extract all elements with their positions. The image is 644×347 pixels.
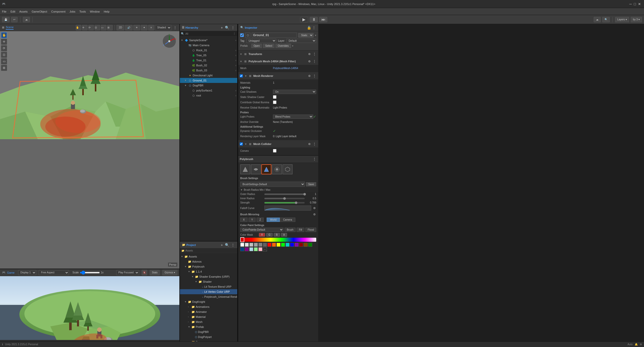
scene-transform-tool[interactable]: ⊞ — [107, 25, 113, 30]
brush-color-btn[interactable]: Brush — [285, 228, 296, 232]
toolbar-cloud-btn[interactable]: ☁ — [23, 17, 30, 22]
mesh-filter-more-btn[interactable]: ⋮ — [312, 59, 317, 64]
mesh-collider-settings-btn[interactable]: ⚙ — [308, 142, 311, 146]
swatch-add[interactable]: + — [263, 247, 267, 251]
toolbar-save-btn[interactable]: 💾 — [2, 17, 10, 22]
cast-shadows-select[interactable]: On — [273, 90, 316, 94]
hierarchy-item-bush02[interactable]: 🌿 Bush_02 › — [180, 63, 237, 68]
hierarchy-tab-label[interactable]: Hierarchy — [185, 26, 198, 29]
project-mesh[interactable]: › 📁 Mesh — [180, 319, 237, 324]
swatch-red[interactable] — [267, 243, 271, 247]
scene-rect-tool[interactable]: ▭ — [101, 25, 106, 30]
brush-mode-sculpt[interactable] — [240, 164, 250, 174]
static-select[interactable]: Static — [298, 33, 313, 37]
swatch-darkgray[interactable] — [263, 243, 267, 247]
menu-file[interactable]: File — [2, 10, 7, 13]
mesh-renderer-settings-btn[interactable]: ⚙ — [308, 74, 311, 78]
project-material[interactable]: › 📁 Material — [180, 314, 237, 319]
menu-help[interactable]: Help — [104, 10, 109, 13]
menu-assets[interactable]: Assets — [19, 10, 28, 13]
hierarchy-item-root[interactable]: ⬡ root › — [180, 93, 237, 98]
hierarchy-item-tree01[interactable]: 🌲 Tree_01 › — [180, 58, 237, 63]
hierarchy-search-btn[interactable]: 🔍 — [224, 25, 230, 30]
menu-tools[interactable]: Tools — [79, 10, 86, 13]
tool-scale[interactable]: ⊡ — [1, 52, 7, 58]
tool-custom[interactable]: ⊞ — [1, 65, 7, 71]
hierarchy-item-dirlight[interactable]: ☀ Directional Light — [180, 73, 237, 78]
mesh-collider-enable-checkbox[interactable] — [240, 142, 243, 145]
prefab-overrides-btn[interactable]: Overrides — [275, 44, 291, 48]
close-btn[interactable]: ✕ — [638, 2, 641, 6]
project-shader-examples[interactable]: ▼ 📁 Shader Examples (URP) — [180, 274, 237, 279]
game-mute-btn[interactable]: 🔇 — [142, 270, 147, 275]
hierarchy-item-bush03[interactable]: 🌿 Bush_03 › — [180, 68, 237, 73]
project-lit-vertex-color[interactable]: ⬦ Lit Vertex Color URP — [180, 289, 237, 294]
swatch-green[interactable] — [281, 243, 285, 247]
hierarchy-item-ground01[interactable]: ▼ ⬡ Ground_01 — [180, 78, 237, 83]
project-adonos[interactable]: 📁 Adonos — [180, 259, 237, 264]
color-mask-r-btn[interactable]: R — [259, 233, 265, 237]
color-palette-select[interactable]: ColorPalette-Default — [240, 228, 284, 232]
search-btn[interactable]: 🔍 — [602, 17, 610, 22]
scene-fx-btn[interactable]: ✦ — [141, 25, 147, 30]
swatch-brown[interactable] — [304, 243, 308, 247]
brush-settings-select[interactable]: BrushSettings-Default — [240, 182, 305, 187]
scene-more-options[interactable]: ⋮ — [173, 25, 177, 30]
swatch-darkgreen[interactable] — [308, 243, 312, 247]
world-btn[interactable]: World — [267, 218, 280, 222]
brush-mode-prefab[interactable] — [283, 164, 293, 174]
scene-gizmo[interactable]: X Y Z — [162, 34, 177, 49]
play-button[interactable]: ▶ — [300, 17, 308, 22]
swatch-midgray[interactable] — [258, 243, 262, 247]
color-gradient[interactable] — [240, 238, 316, 242]
inner-radius-thumb[interactable] — [283, 197, 286, 200]
scene-scale-tool[interactable]: ⊡ — [95, 25, 100, 30]
hierarchy-item-polysurface1[interactable]: ⬡ polySurface1 › — [180, 88, 237, 93]
flood-btn[interactable]: Flood — [305, 228, 316, 232]
game-gizmos-btn[interactable]: Gizmos ▾ — [162, 270, 177, 275]
mesh-filter-enable-btn[interactable]: ⚙ — [308, 59, 311, 64]
project-polybrush[interactable]: ▼ 📁 Polybrush — [180, 264, 237, 269]
obj-name-input[interactable] — [252, 33, 297, 38]
brush-save-btn[interactable]: Save — [306, 182, 316, 186]
hierarchy-item-rock01[interactable]: ⬡ Rock_01 › — [180, 48, 237, 53]
brush-mode-smooth[interactable] — [251, 164, 261, 174]
swatch-lightgray[interactable] — [245, 243, 249, 247]
light-probes-select[interactable]: Blend Probes — [273, 115, 313, 119]
inspector-tab-label[interactable]: Inspector — [245, 26, 257, 29]
project-add-btn[interactable]: + — [220, 242, 223, 247]
prefab-open-btn[interactable]: Open — [251, 44, 262, 48]
swatch-orange[interactable] — [272, 243, 276, 247]
hierarchy-item-dogpbr[interactable]: ▼ ⬡ DogPBR — [180, 83, 237, 88]
swatch-purple[interactable] — [295, 243, 299, 247]
tool-move[interactable]: ✛ — [1, 39, 7, 45]
menu-edit[interactable]: Edit — [11, 10, 15, 13]
step-button[interactable]: ⏭ — [319, 17, 327, 22]
tool-rotate[interactable]: ⟳ — [1, 45, 7, 51]
project-more-btn[interactable]: ⋮ — [231, 242, 235, 247]
mesh-renderer-enable-checkbox[interactable] — [240, 74, 243, 77]
menu-jobs[interactable]: Jobs — [69, 10, 75, 13]
menu-gameobject[interactable]: GameObject — [32, 10, 47, 13]
convex-checkbox[interactable] — [273, 149, 276, 153]
toolbar-undo-btn[interactable]: ↩ — [11, 17, 18, 22]
minimize-btn[interactable]: ─ — [629, 2, 632, 6]
hierarchy-item-maincamera[interactable]: 📷 Main Camera — [180, 43, 237, 48]
mesh-filter-header[interactable]: ▼ ⊞ Polybrush Mesh-14954 (Mesh Filter) ⚙… — [238, 58, 318, 65]
hierarchy-search-more[interactable]: ⋮ — [232, 32, 236, 36]
inspector-lock-btn[interactable]: 🔒 — [306, 25, 312, 30]
scene-tab-label[interactable]: Scene — [6, 26, 14, 30]
game-aspect-select[interactable]: Free Aspect — [39, 270, 69, 275]
swatch-silver[interactable] — [249, 243, 253, 247]
color-mask-b-btn[interactable]: B — [274, 233, 280, 237]
layers-dropdown[interactable]: Layers ▾ — [615, 17, 629, 22]
mirror-x-btn[interactable]: X — [240, 218, 248, 222]
mesh-collider-more-btn[interactable]: ⋮ — [312, 141, 317, 146]
project-search-btn[interactable]: 🔍 — [224, 242, 230, 247]
outer-radius-thumb[interactable] — [303, 193, 306, 195]
swatch-white[interactable] — [240, 243, 244, 247]
scene-light-btn[interactable]: ☀ — [133, 25, 140, 30]
scene-hidden-btn[interactable]: ≡ — [148, 25, 154, 30]
mesh-collider-header[interactable]: ▼ ⊞ Mesh Collider ⚙ ⋮ — [238, 140, 318, 147]
scene-rotate-tool[interactable]: ⟳ — [88, 25, 94, 30]
